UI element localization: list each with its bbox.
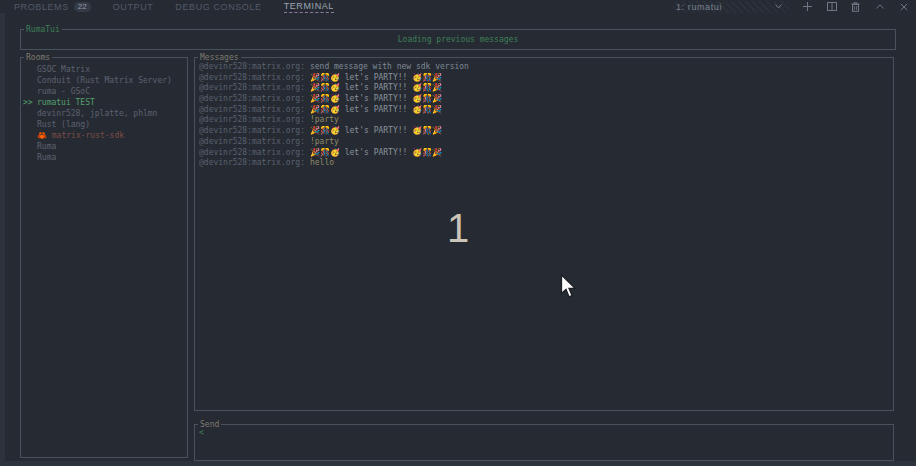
message-text: send message with new sdk version (310, 62, 469, 71)
room-label: 🦀 matrix-rust-sdk (37, 130, 124, 141)
message-row: @devinr528:matrix.org:🎉🎊🥳 let's PARTY!! … (199, 105, 893, 116)
message-text: 🎉🎊🥳 let's PARTY!! 🥳🎊🎉 (310, 105, 442, 114)
message-sender: @devinr528:matrix.org: (199, 94, 305, 103)
message-row: @devinr528:matrix.org:send message with … (199, 62, 893, 73)
room-label: Ruma (37, 141, 56, 152)
room-item[interactable]: >> ruma - GSoC (21, 86, 187, 97)
panel-tab-bar: PROBLEMS 22 OUTPUT DEBUG CONSOLE TERMINA… (0, 0, 916, 13)
loading-status: Loading previous messages (21, 30, 895, 49)
room-item[interactable]: >> rumatui TEST (21, 97, 187, 108)
send-prompt: < (195, 425, 893, 437)
rumatui-app-box: RumaTui Loading previous messages (20, 29, 896, 50)
room-item[interactable]: >> Conduit (Rust Matrix Server) (21, 75, 187, 86)
tab-label: DEBUG CONSOLE (175, 2, 261, 12)
message-text: 🎉🎊🥳 let's PARTY!! 🥳🎊🎉 (310, 73, 442, 82)
room-item[interactable]: >> Ruma (21, 152, 187, 163)
room-label: ruma - GSoC (37, 86, 90, 97)
rooms-panel[interactable]: Rooms >> GSOC Matrix >> Conduit (Rust Ma… (20, 57, 188, 458)
room-item[interactable]: >> Ruma (21, 141, 187, 152)
room-label: Ruma (37, 152, 56, 163)
room-label: Conduit (Rust Matrix Server) (37, 75, 172, 86)
message-text: 🎉🎊🥳 let's PARTY!! 🥳🎊🎉 (310, 126, 442, 135)
message-row: @devinr528:matrix.org:🎉🎊🥳 let's PARTY!! … (199, 126, 893, 137)
panel-left-edge (0, 13, 5, 466)
room-label: rumatui TEST (37, 97, 95, 108)
message-text: hello (310, 158, 334, 167)
new-terminal-icon[interactable] (802, 1, 813, 12)
message-row: @devinr528:matrix.org:🎉🎊🥳 let's PARTY!! … (199, 73, 893, 84)
rooms-title: Rooms (24, 53, 52, 62)
room-label: devinr528, jplatte, phlmn (37, 108, 157, 119)
message-text: 🎉🎊🥳 let's PARTY!! 🥳🎊🎉 (310, 83, 442, 92)
send-input[interactable]: Send < (194, 424, 894, 461)
messages-panel[interactable]: Messages @devinr528:matrix.org:send mess… (194, 57, 894, 411)
message-sender: @devinr528:matrix.org: (199, 148, 305, 157)
room-item[interactable]: >> GSOC Matrix (21, 64, 187, 75)
message-sender: @devinr528:matrix.org: (199, 83, 305, 92)
tab-label: OUTPUT (113, 2, 154, 12)
panel-tabs: PROBLEMS 22 OUTPUT DEBUG CONSOLE TERMINA… (0, 1, 334, 13)
selection-marker: >> (21, 97, 37, 108)
panel-bottom-edge (0, 461, 916, 466)
message-row: @devinr528:matrix.org:!party (199, 137, 893, 148)
close-icon[interactable] (898, 1, 909, 12)
message-sender: @devinr528:matrix.org: (199, 62, 305, 71)
problems-count-badge: 22 (74, 2, 91, 12)
split-terminal-icon[interactable] (826, 1, 837, 12)
message-sender: @devinr528:matrix.org: (199, 158, 305, 167)
panel-tab-terminal[interactable]: TERMINAL (284, 1, 334, 13)
message-row: @devinr528:matrix.org:🎉🎊🥳 let's PARTY!! … (199, 83, 893, 94)
room-item[interactable]: >> 🦀 matrix-rust-sdk (21, 130, 187, 141)
send-title: Send (198, 420, 221, 429)
room-label: GSOC Matrix (37, 64, 90, 75)
message-text: 🎉🎊🥳 let's PARTY!! 🥳🎊🎉 (310, 148, 442, 157)
message-text: !party (310, 137, 339, 146)
trash-icon[interactable] (850, 1, 861, 12)
message-sender: @devinr528:matrix.org: (199, 115, 305, 124)
tab-label: PROBLEMS (14, 2, 69, 12)
message-text: 🎉🎊🥳 let's PARTY!! 🥳🎊🎉 (310, 94, 442, 103)
chevron-down-icon (773, 1, 784, 12)
messages-title: Messages (198, 53, 241, 62)
terminal-picker-value: 1: rumatui (676, 2, 722, 12)
message-row: @devinr528:matrix.org:🎉🎊🥳 let's PARTY!! … (199, 94, 893, 105)
messages-list: @devinr528:matrix.org:send message with … (195, 58, 893, 169)
message-row: @devinr528:matrix.org:🎉🎊🥳 let's PARTY!! … (199, 148, 893, 159)
panel-tab-problems[interactable]: PROBLEMS 22 (14, 1, 91, 13)
panel-tab-output[interactable]: OUTPUT (113, 1, 154, 13)
panel-tab-debug-console[interactable]: DEBUG CONSOLE (175, 1, 261, 13)
room-label: Rust (lang) (37, 119, 90, 130)
room-item[interactable]: >> devinr528, jplatte, phlmn (21, 108, 187, 119)
chevron-up-icon[interactable] (874, 1, 885, 12)
message-row: @devinr528:matrix.org:hello (199, 158, 893, 169)
message-text: !party (310, 115, 339, 124)
message-sender: @devinr528:matrix.org: (199, 137, 305, 146)
terminal-controls: 1: rumatui (671, 0, 909, 13)
app-title: RumaTui (24, 25, 62, 34)
message-sender: @devinr528:matrix.org: (199, 73, 305, 82)
rooms-list: >> GSOC Matrix >> Conduit (Rust Matrix S… (21, 58, 187, 163)
room-item[interactable]: >> Rust (lang) (21, 119, 187, 130)
message-sender: @devinr528:matrix.org: (199, 126, 305, 135)
message-sender: @devinr528:matrix.org: (199, 105, 305, 114)
message-row: @devinr528:matrix.org:!party (199, 115, 893, 126)
tab-label: TERMINAL (284, 1, 334, 11)
terminal-picker[interactable]: 1: rumatui (671, 1, 789, 13)
